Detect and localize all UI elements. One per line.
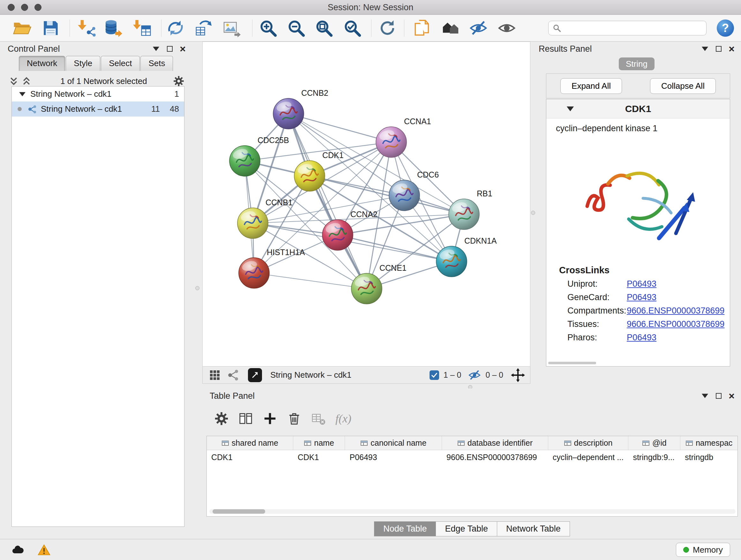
gene-section-header[interactable]: CDK1	[546, 99, 730, 118]
network-node-cdkn1a[interactable]: CDKN1A	[436, 236, 497, 277]
crosslink-pharos-link[interactable]: P06493	[627, 333, 657, 343]
column-header-namespace[interactable]: namespac	[680, 436, 738, 450]
memory-button[interactable]: Memory	[676, 543, 730, 557]
network-node-ccnb1[interactable]: CCNB1	[238, 198, 293, 239]
vertical-splitter-handle[interactable]	[195, 286, 199, 290]
selected-checkbox-icon[interactable]	[429, 370, 439, 380]
network-node-cdk1[interactable]: CDK1	[294, 151, 344, 191]
column-header-shared-name[interactable]: shared name	[207, 436, 293, 450]
network-node-rb1[interactable]: RB1	[449, 189, 492, 230]
vertical-splitter-handle[interactable]	[531, 211, 535, 215]
zoom-window-button[interactable]	[35, 4, 42, 11]
network-edge[interactable]	[338, 235, 452, 261]
network-row-selected[interactable]: String Network – cdk1 11 48	[12, 102, 184, 117]
node-label: CDK1	[322, 151, 344, 160]
column-header-description[interactable]: description	[548, 436, 629, 450]
network-node-hist1h1a[interactable]: HIST1H1A	[239, 248, 305, 288]
grid-view-icon[interactable]	[208, 369, 221, 381]
add-column-icon[interactable]	[263, 411, 277, 426]
crosslink-compartments-link[interactable]: 9606.ENSP00000378699	[627, 306, 724, 316]
import-network-icon[interactable]	[77, 19, 96, 37]
network-overview-icon[interactable]	[227, 369, 240, 381]
float-panel-icon[interactable]	[716, 393, 722, 399]
tab-network-table[interactable]: Network Table	[497, 521, 570, 537]
cloud-icon[interactable]	[11, 544, 23, 557]
network-options-gear-icon[interactable]	[173, 75, 185, 87]
apply-layout-icon[interactable]	[166, 19, 185, 37]
expand-all-networks-icon[interactable]	[9, 76, 18, 86]
crosslink-label: GeneCard:	[567, 293, 627, 302]
collapse-all-button[interactable]: Collapse All	[650, 78, 716, 94]
toolbar-search-input[interactable]	[564, 23, 706, 33]
column-header-name[interactable]: name	[293, 436, 345, 450]
tab-style[interactable]: Style	[66, 56, 100, 71]
network-node-ccna1[interactable]: CCNA1	[376, 117, 431, 158]
crosslink-genecard-link[interactable]: P06493	[627, 293, 657, 302]
column-header-id[interactable]: @id	[628, 436, 680, 450]
panel-menu-icon[interactable]	[152, 44, 160, 54]
tab-sets[interactable]: Sets	[140, 56, 173, 71]
network-node-cdc25b[interactable]: CDC25B	[229, 136, 289, 176]
application-window: Session: New Session ? Control	[0, 0, 741, 560]
refresh-icon[interactable]	[378, 19, 397, 37]
tab-string[interactable]: String	[619, 57, 655, 70]
panel-menu-icon[interactable]	[701, 391, 709, 401]
zoom-in-icon[interactable]	[259, 19, 277, 37]
show-all-icon[interactable]	[497, 19, 516, 37]
warning-icon[interactable]	[38, 544, 51, 557]
crosslink-row: Uniprot: P06493	[546, 275, 730, 289]
minimize-window-button[interactable]	[21, 4, 28, 11]
pan-move-icon[interactable]	[511, 368, 525, 382]
show-columns-icon[interactable]	[239, 411, 253, 426]
network-edge[interactable]	[288, 114, 367, 289]
float-panel-icon[interactable]	[167, 46, 173, 52]
tab-select[interactable]: Select	[101, 56, 140, 71]
copy-document-icon[interactable]	[413, 19, 431, 37]
tab-network[interactable]: Network	[19, 56, 65, 71]
close-panel-icon[interactable]: ×	[729, 46, 735, 52]
collapse-triangle-icon[interactable]	[566, 106, 575, 112]
zoom-out-icon[interactable]	[287, 19, 306, 37]
open-session-icon[interactable]	[13, 19, 31, 37]
zoom-selected-icon[interactable]	[343, 19, 361, 37]
float-panel-icon[interactable]	[716, 46, 722, 52]
close-panel-icon[interactable]: ×	[729, 393, 735, 399]
tab-edge-table[interactable]: Edge Table	[435, 521, 497, 537]
import-network-from-database-icon[interactable]	[104, 19, 122, 37]
expand-all-button[interactable]: Expand All	[560, 78, 622, 94]
column-header-database-identifier[interactable]: database identifier	[442, 436, 548, 450]
close-window-button[interactable]	[8, 4, 15, 11]
toolbar-separator	[70, 19, 70, 37]
network-edge[interactable]	[254, 273, 367, 289]
network-node-ccne1[interactable]: CCNE1	[351, 263, 407, 304]
home-icon[interactable]	[441, 19, 460, 37]
hidden-eye-icon[interactable]	[468, 369, 481, 381]
table-options-gear-icon[interactable]	[214, 411, 229, 426]
table-row[interactable]: CDK1 CDK1 P06493 9606.ENSP00000378699 cy…	[207, 450, 738, 464]
import-table-icon[interactable]	[133, 19, 151, 37]
horizontal-scrollbar[interactable]	[548, 362, 596, 364]
close-panel-icon[interactable]: ×	[180, 46, 186, 52]
zoom-fit-icon[interactable]	[315, 19, 333, 37]
tab-node-table[interactable]: Node Table	[374, 521, 436, 537]
scrollbar-thumb[interactable]	[212, 509, 265, 514]
network-node-ccnb2[interactable]: CCNB2	[273, 88, 328, 129]
help-button[interactable]: ?	[717, 19, 734, 37]
network-canvas[interactable]: CCNB2CCNA1CDC25BCDK1CDC6RB1CCNB1CCNA2CDK…	[203, 42, 531, 367]
delete-column-icon[interactable]	[287, 411, 301, 426]
panel-menu-icon[interactable]	[701, 44, 709, 54]
collapse-all-networks-icon[interactable]	[22, 76, 31, 86]
collapse-triangle-icon[interactable]	[19, 91, 26, 97]
network-node-cdc6[interactable]: CDC6	[389, 170, 439, 211]
crosslink-tissues-link[interactable]: 9606.ENSP00000378699	[627, 319, 724, 329]
hide-selected-icon[interactable]	[469, 19, 488, 37]
network-from-table-icon[interactable]	[195, 19, 213, 37]
table-horizontal-scrollbar[interactable]	[209, 509, 736, 514]
network-collection-row[interactable]: String Network – cdk1 1	[12, 86, 184, 102]
save-session-icon[interactable]	[42, 19, 60, 37]
detach-view-button[interactable]	[248, 368, 262, 382]
crosslink-uniprot-link[interactable]: P06493	[627, 279, 657, 289]
export-image-icon[interactable]	[222, 19, 241, 37]
column-header-canonical-name[interactable]: canonical name	[345, 436, 442, 450]
network-view[interactable]: CCNB2CCNA1CDC25BCDK1CDC6RB1CCNB1CCNA2CDK…	[202, 42, 530, 367]
